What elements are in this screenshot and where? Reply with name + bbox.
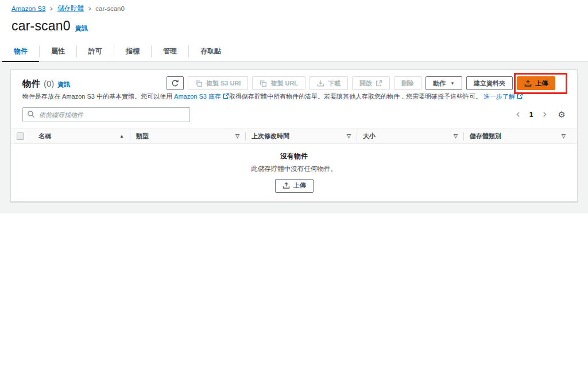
select-all-checkbox-cell	[17, 133, 33, 140]
upload-icon	[524, 80, 532, 87]
breadcrumb-current: car-scan0	[95, 5, 125, 12]
search-icon	[27, 110, 35, 120]
breadcrumb-separator-icon: >	[50, 5, 53, 12]
sort-caret-icon: ▽	[562, 133, 566, 139]
objects-info-link[interactable]: 資訊	[57, 80, 70, 89]
preferences-button[interactable]: ⚙	[558, 110, 566, 119]
sort-caret-icon: ▽	[347, 133, 351, 139]
sort-caret-icon: ▽	[454, 133, 458, 139]
search-input[interactable]	[22, 107, 190, 122]
copy-s3-uri-label: 複製 S3 URI	[206, 79, 241, 88]
next-page-button[interactable]	[540, 110, 549, 119]
empty-state-title: 沒有物件	[11, 151, 577, 161]
tab-bar: 物件 屬性 許可 指標 管理 存取點	[0, 41, 588, 62]
column-header-size[interactable]: 大小 ▽	[357, 132, 464, 141]
objects-heading: 物件 (0) 資訊	[22, 76, 70, 90]
tab-access-points[interactable]: 存取點	[189, 41, 233, 61]
pagination: 1 ⚙	[514, 110, 566, 119]
delete-button[interactable]: 刪除	[394, 76, 421, 90]
description-text: 取得儲存貯體中所有物件的清單。若要讓其他人存取您的物件，您需要明確授予這些許可。	[229, 93, 482, 100]
previous-page-button[interactable]	[514, 110, 523, 119]
tab-properties[interactable]: 屬性	[40, 41, 76, 61]
download-icon	[317, 80, 324, 87]
objects-description: 物件是存放在 Amazon S3 中的基本實體。您可以使用 Amazon S3 …	[11, 90, 577, 102]
table-header: 名稱 ▲ 類型 ▽ 上次修改時間 ▽ 大小 ▽ 儲存體類別 ▽	[11, 128, 577, 144]
page-title: car-scan0	[11, 18, 71, 34]
sort-ascending-icon: ▲	[119, 134, 124, 139]
column-header-storage-class[interactable]: 儲存體類別 ▽	[464, 132, 571, 141]
delete-label: 刪除	[401, 79, 414, 88]
actions-button[interactable]: 動作 ▼	[425, 76, 462, 90]
objects-panel-header: 物件 (0) 資訊	[11, 70, 577, 90]
objects-toolbar: 複製 S3 URI 複製 URL	[167, 76, 566, 90]
tab-metrics[interactable]: 指標	[114, 41, 151, 61]
column-label: 名稱	[38, 132, 51, 141]
breadcrumb-amazon-s3[interactable]: Amazon S3	[11, 5, 45, 12]
s3-console-page: Amazon S3 > 儲存貯體 > car-scan0 car-scan0 資…	[0, 0, 588, 378]
breadcrumb-separator-icon: >	[88, 5, 91, 12]
external-link-icon	[376, 80, 382, 87]
column-label: 上次修改時間	[252, 132, 289, 141]
column-header-last-modified[interactable]: 上次修改時間 ▽	[246, 132, 357, 141]
tab-objects[interactable]: 物件	[2, 41, 39, 62]
breadcrumb-buckets[interactable]: 儲存貯體	[57, 4, 84, 13]
empty-state-upload-button[interactable]: 上傳	[275, 179, 314, 193]
controls-row: 1 ⚙	[11, 102, 577, 122]
refresh-icon	[171, 79, 179, 87]
empty-state: 沒有物件 此儲存貯體中沒有任何物件。 上傳	[11, 144, 577, 201]
copy-url-label: 複製 URL	[270, 79, 298, 88]
select-all-checkbox[interactable]	[17, 133, 24, 140]
objects-count: (0)	[44, 79, 54, 88]
copy-url-button[interactable]: 複製 URL	[252, 76, 305, 90]
s3-inventory-link[interactable]: Amazon S3 庫存	[174, 93, 221, 100]
caret-down-icon: ▼	[450, 81, 455, 86]
upload-button[interactable]: 上傳	[517, 76, 555, 90]
sort-caret-icon: ▽	[235, 133, 239, 139]
open-button[interactable]: 開啟	[352, 76, 390, 90]
column-header-name[interactable]: 名稱 ▲	[33, 132, 130, 141]
download-button[interactable]: 下載	[310, 76, 348, 90]
upload-label: 上傳	[535, 79, 548, 88]
learn-more-link[interactable]: 進一步了解	[483, 93, 515, 100]
actions-label: 動作	[433, 79, 446, 88]
column-label: 大小	[363, 132, 376, 141]
copy-icon	[260, 80, 267, 87]
create-folder-button[interactable]: 建立資料夾	[466, 76, 513, 90]
column-label: 儲存體類別	[470, 132, 501, 141]
column-label: 類型	[136, 132, 149, 141]
column-header-type[interactable]: 類型 ▽	[130, 132, 246, 141]
tab-permissions[interactable]: 許可	[77, 41, 114, 61]
breadcrumb: Amazon S3 > 儲存貯體 > car-scan0	[0, 0, 588, 13]
copy-s3-uri-button[interactable]: 複製 S3 URI	[188, 76, 249, 90]
content-area: 物件 (0) 資訊	[0, 62, 588, 213]
objects-title: 物件	[22, 78, 40, 90]
upload-label: 上傳	[293, 181, 306, 190]
search-box	[22, 107, 190, 122]
empty-state-message: 此儲存貯體中沒有任何物件。	[11, 165, 577, 173]
create-folder-label: 建立資料夾	[474, 79, 505, 88]
title-row: car-scan0 資訊	[0, 13, 588, 34]
refresh-button[interactable]	[167, 76, 184, 90]
page-number[interactable]: 1	[529, 111, 533, 119]
gear-icon: ⚙	[558, 110, 566, 119]
open-label: 開啟	[359, 79, 372, 88]
download-label: 下載	[328, 79, 341, 88]
objects-panel: 物件 (0) 資訊	[10, 69, 578, 202]
page-header: Amazon S3 > 儲存貯體 > car-scan0 car-scan0 資…	[0, 0, 588, 62]
description-text: 物件是存放在 Amazon S3 中的基本實體。您可以使用	[22, 93, 174, 100]
external-link-icon	[517, 93, 523, 99]
copy-icon	[195, 80, 203, 87]
external-link-icon	[223, 93, 229, 99]
title-info-link[interactable]: 資訊	[75, 24, 88, 33]
tab-management[interactable]: 管理	[152, 41, 188, 61]
upload-icon	[283, 182, 290, 189]
